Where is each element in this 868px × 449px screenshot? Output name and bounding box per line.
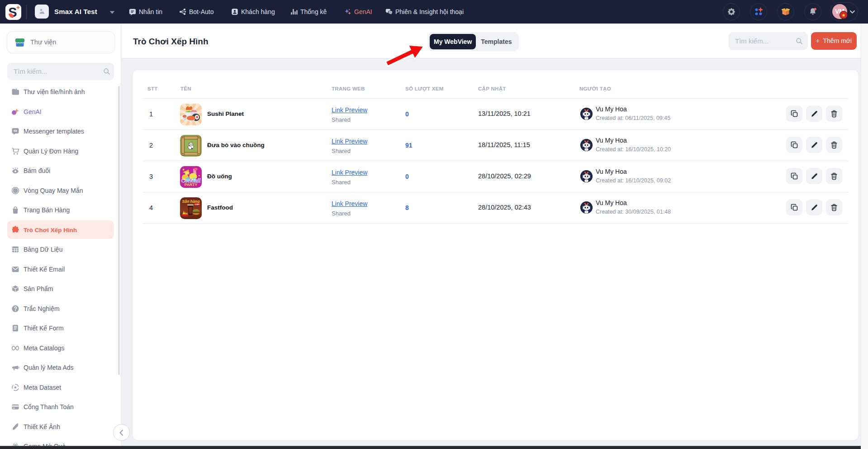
svg-text:PARTY: PARTY	[185, 182, 198, 187]
svg-text:GIẢM: GIẢM	[194, 203, 199, 205]
